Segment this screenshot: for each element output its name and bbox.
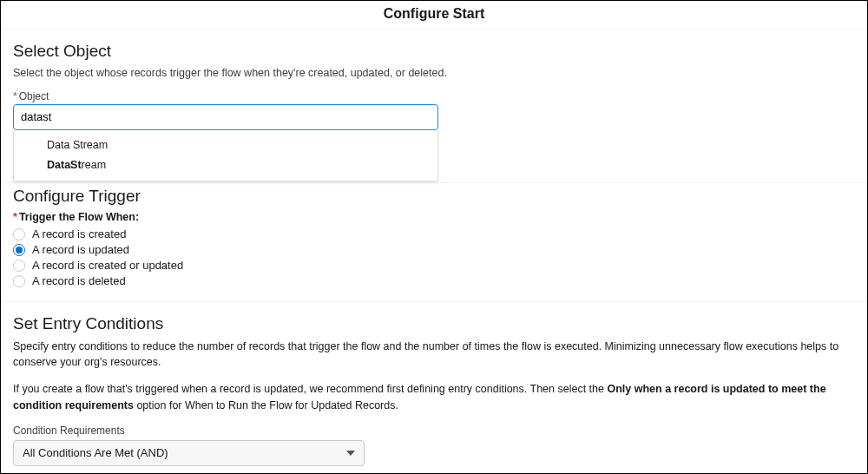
select-object-heading: Select Object xyxy=(13,42,855,61)
radio-label: A record is created or updated xyxy=(32,259,183,272)
radio-label: A record is updated xyxy=(32,243,129,256)
configure-start-dialog: Configure Start Select Object Select the… xyxy=(0,0,868,474)
configure-trigger-section: Configure Trigger *Trigger the Flow When… xyxy=(1,183,867,302)
object-field-label-text: Object xyxy=(19,90,49,102)
select-object-section: Select Object Select the object whose re… xyxy=(1,30,867,183)
configure-trigger-heading: Configure Trigger xyxy=(13,187,855,206)
condition-requirements-select[interactable]: All Conditions Are Met (AND) xyxy=(13,440,365,466)
radio-option-updated[interactable]: A record is updated xyxy=(13,242,855,258)
dialog-title: Configure Start xyxy=(1,1,867,30)
required-indicator-icon: * xyxy=(13,90,17,102)
radio-icon xyxy=(13,260,25,272)
object-input[interactable] xyxy=(13,104,438,130)
radio-icon xyxy=(13,275,25,287)
option-rest-text: ream xyxy=(82,159,106,171)
condition-requirements-value: All Conditions Are Met (AND) xyxy=(23,446,168,459)
radio-label: A record is deleted xyxy=(32,274,126,287)
entry-conditions-heading: Set Entry Conditions xyxy=(13,314,855,333)
radio-option-created[interactable]: A record is created xyxy=(13,227,855,242)
object-field-label: *Object xyxy=(13,90,855,102)
entry-conditions-description-2: If you create a flow that's triggered wh… xyxy=(13,381,855,414)
radio-icon xyxy=(13,244,25,256)
trigger-when-label-text: Trigger the Flow When: xyxy=(19,211,139,223)
object-combobox: Data Stream DataStream xyxy=(13,104,438,130)
para2-lead: If you create a flow that's triggered wh… xyxy=(13,383,607,395)
trigger-when-label: *Trigger the Flow When: xyxy=(13,211,855,223)
para2-tail: option for When to Run the Flow for Upda… xyxy=(134,399,398,411)
object-dropdown: Data Stream DataStream xyxy=(13,130,438,182)
object-option-datastream[interactable]: DataStream xyxy=(14,155,437,175)
radio-icon xyxy=(13,228,25,240)
option-text-a: Data S xyxy=(47,139,80,151)
option-match-text: DataSt xyxy=(47,159,82,171)
trigger-when-radio-group: *Trigger the Flow When: A record is crea… xyxy=(13,211,855,289)
radio-label: A record is created xyxy=(32,227,126,240)
required-indicator-icon: * xyxy=(13,211,17,223)
radio-option-deleted[interactable]: A record is deleted xyxy=(13,273,855,289)
condition-requirements-label: Condition Requirements xyxy=(13,425,855,437)
radio-option-created-or-updated[interactable]: A record is created or updated xyxy=(13,258,855,273)
select-object-description: Select the object whose records trigger … xyxy=(13,66,855,82)
option-text-b: tream xyxy=(80,139,108,151)
entry-conditions-section: Set Entry Conditions Specify entry condi… xyxy=(1,302,867,475)
entry-conditions-description-1: Specify entry conditions to reduce the n… xyxy=(13,339,855,372)
condition-requirements-select-wrap: All Conditions Are Met (AND) xyxy=(13,440,365,466)
object-option-data-stream[interactable]: Data Stream xyxy=(14,135,437,155)
chevron-down-icon xyxy=(346,451,355,456)
